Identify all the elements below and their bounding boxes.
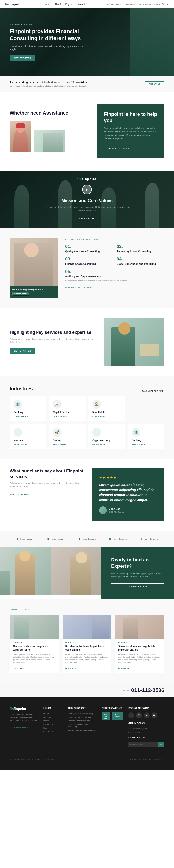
capital-icon: 📈 (53, 400, 61, 408)
testimonials-desc: Pellentesque aliquam ultrices sapien, eg… (10, 482, 84, 488)
footer-contact-info: GET IN TOUCH 123 Business St, City 011-1… (128, 722, 164, 734)
footer-service-3[interactable]: Finance Affairs Consulting (68, 720, 96, 722)
blog-desc-3: Lorem Ipsum • MARCH — Si eos on uidem mo… (118, 653, 161, 664)
testimonial-quote: Lorem ipsum dolor sit amet, consectetur … (99, 483, 157, 503)
footer-link-home[interactable]: Home (44, 712, 62, 715)
assistance-right: Finpoint is here to help you Proin preti… (97, 104, 164, 158)
talk-expert-button[interactable]: TALK WITH EXPERT (104, 145, 135, 151)
newsletter-title: NEWSLETTER (128, 736, 164, 739)
hero-badge: We are finpoint (10, 23, 86, 26)
footer-career-button[interactable]: CAREER WITH US (10, 725, 33, 730)
industries-title: Industries (10, 386, 33, 392)
crypto-learn-link[interactable]: LEARN MORE (92, 443, 106, 445)
footer-facebook-icon[interactable]: f (128, 712, 134, 718)
hero-description: Lorem ipsum dolor sit amet, consectetur … (10, 45, 86, 51)
cookie-policy-link[interactable]: COOKIE POLICY (149, 758, 164, 761)
footer-youtube-icon[interactable]: ▶ (151, 712, 157, 718)
footer-link-pages[interactable]: Pages (44, 720, 62, 722)
footer-links-col: LINKS Home About Us Pages Pricing / Desi… (44, 707, 62, 747)
linkedin-icon-nav[interactable]: in (167, 3, 169, 5)
read-testimonials-link[interactable]: READ TESTIMONIALS (10, 493, 30, 495)
footer-link-contact[interactable]: Contact Us (44, 731, 62, 733)
insurance-learn-link[interactable]: LEARN MORE (14, 443, 28, 445)
assistance-left: Whether need Assistance (10, 110, 90, 152)
assist-right-desc: Proin pretium luctus mauris, ut porta lo… (104, 126, 157, 141)
logo-2: ❋ Logolpsum (47, 537, 65, 541)
footer-service-5[interactable]: Auditing and Gap Assessments (68, 729, 96, 731)
footer-linkedin-icon[interactable]: in (144, 712, 150, 718)
footer-service-2[interactable]: Regulatory Affairs Consulting (68, 716, 96, 718)
cert-badge-1: CA 799-139 (102, 712, 110, 720)
blog-grid: Business Si eos on uidem ius magnis do p… (10, 615, 164, 673)
footer-link-pricing[interactable]: Pricing / Design (44, 723, 62, 725)
key-services-title: Highlighting key services and expertise (10, 330, 97, 335)
expert-team-badge[interactable]: EXPERT TEAM (12, 292, 29, 296)
twitter-icon-nav[interactable]: 𝕏 (162, 3, 164, 5)
blog-image-2 (63, 615, 111, 639)
privacy-policy-link[interactable]: PRIVACY POLICY (130, 758, 146, 761)
facebook-icon-nav[interactable]: f (165, 3, 166, 5)
footer-address: 123 Business St, City (128, 727, 164, 730)
newsletter-email-input[interactable] (128, 742, 157, 747)
about-banner: As the leading experts in this field, we… (0, 76, 174, 92)
expert-count: Over 500+ Highly Experienced (12, 288, 56, 291)
realestate-learn-link[interactable]: LEARN MORE (92, 415, 106, 417)
blog-content-1: Business Si eos on uidem ius magnis do p… (10, 639, 59, 673)
services-right: EXPERTISE IN BUSINESS 01. Quality Assura… (65, 238, 164, 298)
assistance-section: Whether need Assistance Finpoint is here… (0, 92, 174, 170)
footer-services-col: OUR SERVICES Quality Assurance Consultin… (68, 707, 96, 747)
assistance-image-1 (10, 121, 31, 152)
experts-section: Ready to find an Experts? Pellentesque a… (0, 547, 174, 599)
key-services-cta[interactable]: GET STARTED (10, 348, 35, 354)
play-button[interactable]: ▶ (82, 185, 92, 194)
nav-pages[interactable]: Pages (65, 3, 72, 5)
footer-get-in-touch: GET IN TOUCH (128, 722, 164, 725)
services-badge: EXPERTISE IN BUSINESS (65, 238, 164, 240)
learn-services-link[interactable]: LEARN SERVICES DETAILS (65, 286, 92, 288)
experts-content: Ready to find an Experts? Pellentesque a… (101, 547, 174, 599)
footer-logo: finfinpoint (10, 707, 38, 711)
nav-about[interactable]: About (55, 3, 61, 5)
footer-service-4[interactable]: Global Exportation and Recruiting (68, 723, 96, 727)
blog-section: FROM THE BLOG Business Si eos on uidem i… (0, 599, 174, 683)
startup-learn-link[interactable]: LEARN MORE (53, 443, 67, 445)
blog-title-1: Si eos on uidem ius magnis do parturent … (13, 645, 56, 652)
footer-about-col: finfinpoint Lorem ipsum dolor sit amet, … (10, 707, 38, 747)
footer-link-blog[interactable]: Blog (44, 727, 62, 729)
nav-contact[interactable]: Contact (76, 3, 84, 5)
experts-cta-button[interactable]: TALK WITH EXPERT (111, 583, 164, 589)
hero-cta-button[interactable]: GET STARTED (10, 55, 35, 61)
assist-right-title: Finpoint is here to help you (104, 111, 157, 123)
nav-home[interactable]: Home (44, 3, 50, 5)
footer-twitter-icon[interactable]: 𝕏 (136, 712, 142, 718)
blog-desc-2: Lorem Ipsum • MARCH — Si eos on uidem mo… (66, 653, 109, 664)
logo-4: ❋ Logolpsum (109, 537, 127, 541)
startup-icon: 🚀 (53, 428, 61, 437)
banking2-learn-link[interactable]: LEARN MORE (132, 443, 146, 445)
blog-link-1[interactable]: READ MORE (13, 668, 24, 670)
blog-card-1: Business Si eos on uidem ius magnis do p… (10, 615, 59, 673)
newsletter-submit-button[interactable]: → (157, 742, 164, 747)
blog-link-3[interactable]: READ MORE (118, 668, 130, 670)
author-role: CEO / Co-founder (109, 511, 125, 513)
blog-cat-3: Business (118, 642, 161, 644)
services-grid: 01. Quality Assurance Consulting 02. Reg… (65, 244, 164, 281)
footer-social-title: SOCIAL NETWORK (128, 707, 164, 710)
author-name: John Doe (109, 508, 125, 510)
footer-service-1[interactable]: Quality Assurance Consulting (68, 712, 96, 715)
testimonials-left: What our clients say about Finpoint serv… (10, 468, 92, 521)
learn-more-button[interactable]: LEARN MORE (76, 216, 98, 221)
capital-learn-link[interactable]: LEARN MORE (53, 415, 67, 417)
services-section: Over 500+ Highly Experienced EXPERT TEAM… (0, 228, 174, 308)
phone-cta-bar: Call Us 011-112-8596 (0, 683, 174, 697)
talk-more-link[interactable]: TALK MORE FOR INFO (142, 390, 164, 392)
industry-insurance: 🛡 Insurance LEARN MORE (10, 424, 46, 449)
about-us-button[interactable]: ABOUT US (145, 81, 164, 87)
blog-link-2[interactable]: READ MORE (66, 668, 77, 670)
blog-cat-1: Business (13, 642, 56, 644)
banking-learn-link[interactable]: LEARN MORE (14, 415, 28, 417)
blog-card-3: Business Si eos on uidem fus magnis this… (115, 615, 164, 673)
footer-link-about[interactable]: About Us (44, 716, 62, 718)
blog-card-2: Business Porttitor molestiae volutpat li… (63, 615, 111, 673)
hero-section: We are finpoint Finpoint provides Financ… (0, 8, 174, 76)
